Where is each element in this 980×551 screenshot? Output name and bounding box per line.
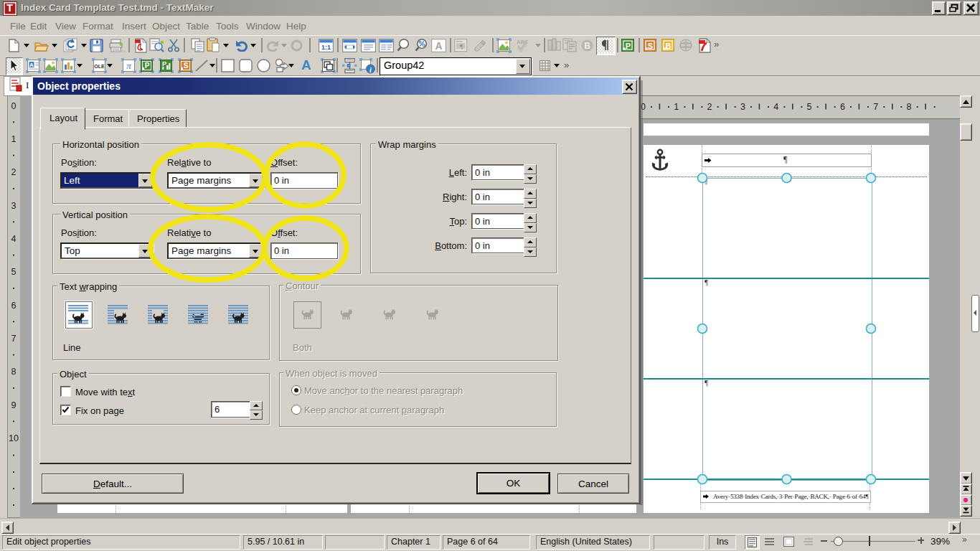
svg-text:7: 7 [11, 334, 17, 344]
svg-text:i: i [369, 66, 372, 74]
svg-text:5: 5 [807, 102, 812, 112]
svg-text:P: P [145, 62, 150, 70]
svg-text:OLE: OLE [94, 64, 105, 69]
svg-text:6: 6 [11, 301, 17, 311]
svg-text:A: A [29, 62, 34, 68]
svg-text:0: 0 [11, 101, 17, 111]
svg-text:6: 6 [840, 102, 845, 112]
svg-text:S: S [184, 62, 189, 70]
svg-text:2: 2 [11, 167, 17, 177]
svg-text:1: 1 [674, 102, 679, 112]
svg-text:5: 5 [11, 267, 17, 277]
svg-text:4: 4 [11, 234, 17, 244]
svg-text:2: 2 [707, 102, 712, 112]
svg-text:7: 7 [873, 102, 878, 112]
svg-text:8: 8 [11, 367, 17, 377]
svg-text:B: B [666, 42, 672, 50]
svg-text:A: A [435, 40, 442, 52]
svg-text:10: 10 [9, 433, 19, 443]
svg-text:1: 1 [11, 134, 17, 144]
svg-text:S: S [648, 42, 653, 50]
svg-text:4: 4 [773, 102, 778, 112]
svg-text:8: 8 [907, 102, 912, 112]
svg-text:P: P [626, 42, 631, 50]
svg-text:9: 9 [11, 400, 17, 410]
svg-text:¶: ¶ [460, 43, 463, 50]
svg-text:3: 3 [11, 201, 17, 211]
svg-text:1:1: 1:1 [321, 44, 331, 51]
svg-text:3: 3 [740, 102, 745, 112]
svg-text:π: π [126, 60, 131, 71]
svg-text:B: B [584, 41, 590, 51]
svg-text:P: P [162, 60, 166, 67]
